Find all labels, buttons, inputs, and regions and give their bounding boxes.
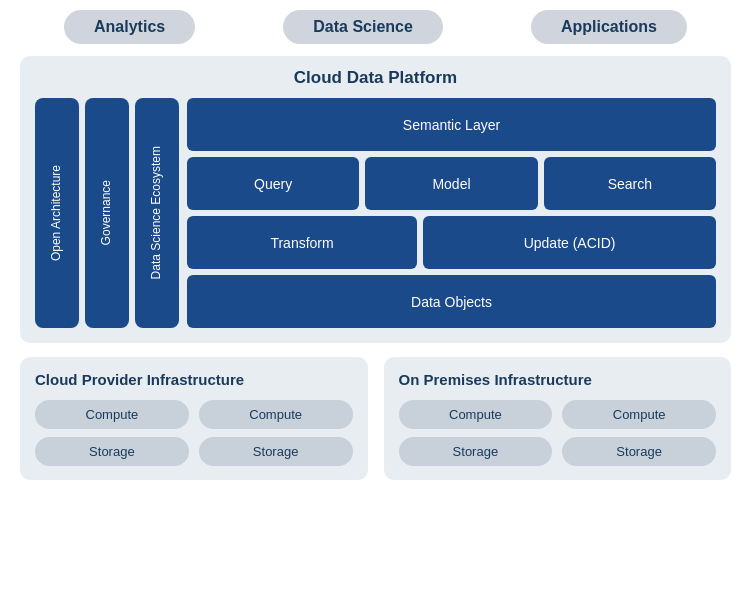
cell-data-objects: Data Objects — [187, 275, 716, 328]
cell-update-acid: Update (ACID) — [423, 216, 716, 269]
cell-model: Model — [365, 157, 537, 210]
bottom-infra-row: Cloud Provider Infrastructure Compute Co… — [20, 357, 731, 480]
left-columns: Open Architecture Governance Data Scienc… — [35, 98, 179, 328]
on-prem-pills: Compute Compute Storage Storage — [399, 400, 717, 466]
cloud-compute-1: Compute — [35, 400, 189, 429]
cloud-provider-title: Cloud Provider Infrastructure — [35, 371, 353, 388]
top-pills-row: Analytics Data Science Applications — [20, 10, 731, 44]
cloud-compute-row: Compute Compute — [35, 400, 353, 429]
onprem-compute-row: Compute Compute — [399, 400, 717, 429]
cloud-storage-row: Storage Storage — [35, 437, 353, 466]
col-open-architecture: Open Architecture — [35, 98, 79, 328]
row-query-model-search: Query Model Search — [187, 157, 716, 210]
right-grid: Semantic Layer Query Model Search Transf… — [187, 98, 716, 328]
row-transform-update: Transform Update (ACID) — [187, 216, 716, 269]
onprem-compute-1: Compute — [399, 400, 553, 429]
on-prem-box: On Premises Infrastructure Compute Compu… — [384, 357, 732, 480]
pill-analytics[interactable]: Analytics — [64, 10, 195, 44]
pill-applications[interactable]: Applications — [531, 10, 687, 44]
onprem-storage-2: Storage — [562, 437, 716, 466]
onprem-storage-row: Storage Storage — [399, 437, 717, 466]
onprem-compute-2: Compute — [562, 400, 716, 429]
cloud-provider-box: Cloud Provider Infrastructure Compute Co… — [20, 357, 368, 480]
cdp-title: Cloud Data Platform — [35, 68, 716, 88]
cloud-storage-2: Storage — [199, 437, 353, 466]
cloud-storage-1: Storage — [35, 437, 189, 466]
pill-data-science[interactable]: Data Science — [283, 10, 443, 44]
cloud-compute-2: Compute — [199, 400, 353, 429]
on-prem-title: On Premises Infrastructure — [399, 371, 717, 388]
onprem-storage-1: Storage — [399, 437, 553, 466]
cell-search: Search — [544, 157, 716, 210]
col-governance: Governance — [85, 98, 129, 328]
cell-semantic-layer: Semantic Layer — [187, 98, 716, 151]
col-data-science-ecosystem: Data Science Ecosystem — [135, 98, 179, 328]
cloud-provider-pills: Compute Compute Storage Storage — [35, 400, 353, 466]
cloud-data-platform-box: Cloud Data Platform Open Architecture Go… — [20, 56, 731, 343]
cell-query: Query — [187, 157, 359, 210]
cdp-inner: Open Architecture Governance Data Scienc… — [35, 98, 716, 328]
cell-transform: Transform — [187, 216, 417, 269]
